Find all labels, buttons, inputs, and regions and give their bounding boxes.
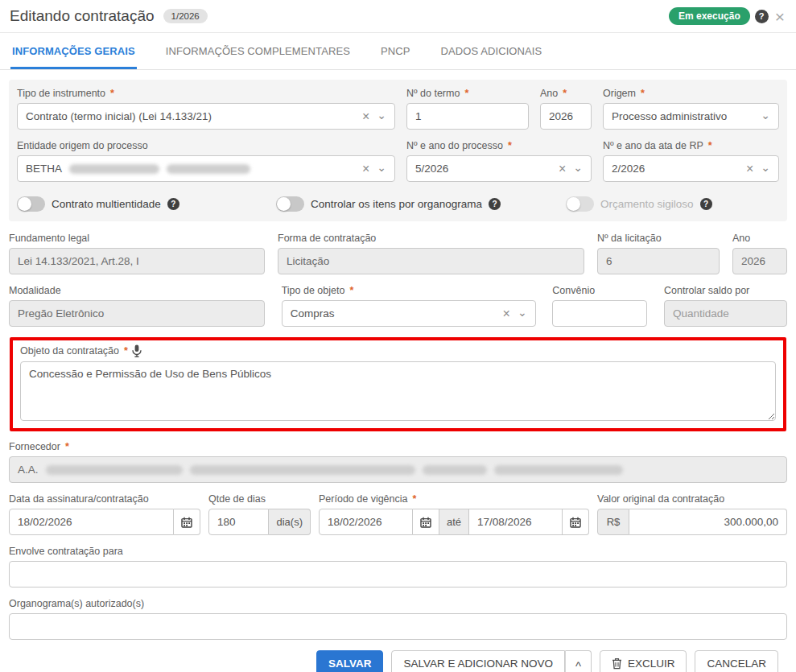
modalidade-label: Modalidade (9, 285, 265, 296)
data-assinatura-label: Data da assinatura/contratação (9, 493, 200, 505)
clear-icon[interactable]: × (746, 163, 753, 175)
ano-termo-label: Ano* (540, 88, 592, 99)
envolve-contratacao-label: Envolve contratação para (9, 546, 787, 557)
numero-termo-input[interactable]: 1 (406, 103, 529, 130)
numero-ata-rp-select[interactable]: 2/2026 ×⌄ (603, 155, 779, 182)
toggle-orcamento-sigiloso: Orçamento sigiloso ? (566, 196, 712, 212)
entidade-origem-select[interactable]: BETHA ×⌄ (17, 155, 395, 182)
forma-contratacao-input: Licitação (278, 248, 584, 274)
chevron-down-icon[interactable]: ⌄ (377, 109, 386, 121)
chevron-down-icon[interactable]: ⌄ (761, 162, 770, 173)
organogramas-label: Organograma(s) autorizado(s) (9, 598, 787, 609)
tipo-objeto-select[interactable]: Compras ×⌄ (282, 300, 536, 327)
fornecedor-input: A.A. (9, 456, 787, 483)
chevron-down-icon[interactable]: ⌄ (518, 307, 527, 318)
qtde-dias-input[interactable]: 180 (208, 509, 269, 535)
periodo-vigencia-label: Período de vigência* (319, 493, 589, 505)
delete-button[interactable]: EXCLUIR (600, 650, 687, 672)
toggle-switch (566, 196, 594, 212)
ano-licitacao-input: 2026 (732, 248, 787, 274)
chevron-up-icon: ^ (575, 659, 581, 672)
convenio-input[interactable] (552, 300, 647, 327)
page-title: Editando contratação (10, 7, 155, 25)
clear-icon[interactable]: × (503, 307, 510, 320)
save-and-add-split-button: SALVAR E ADICIONAR NOVO ^ (391, 650, 592, 672)
entidade-origem-label: Entidade origem do processo (17, 140, 395, 151)
toggle-contrato-multientidade: Contrato multientidade ? (17, 196, 276, 212)
numero-processo-select[interactable]: 5/2026 ×⌄ (406, 155, 592, 182)
page-header: Editando contratação 1/2026 Em execução … (0, 0, 796, 33)
toggle-switch[interactable] (276, 196, 304, 212)
tab-pncp[interactable]: PNCP (379, 33, 412, 69)
clear-icon[interactable]: × (362, 163, 369, 175)
valor-original-input[interactable]: 300.000,00 (629, 509, 787, 535)
tipo-instrumento-select[interactable]: Contrato (termo inicial) (Lei 14.133/21)… (17, 103, 395, 130)
controlar-saldo-label: Controlar saldo por (664, 285, 787, 296)
toggle-switch[interactable] (17, 196, 45, 212)
edit-contract-page: Editando contratação 1/2026 Em execução … (0, 0, 796, 672)
close-icon[interactable]: × (775, 8, 785, 25)
redacted-text (69, 164, 159, 174)
cancel-button[interactable]: CANCELAR (695, 650, 778, 672)
help-icon[interactable]: ? (489, 198, 501, 210)
save-options-caret-button[interactable]: ^ (565, 650, 592, 672)
qtde-dias-suffix: dia(s) (269, 509, 311, 535)
qtde-dias-label: Qtde de dias (208, 493, 311, 505)
save-and-add-button[interactable]: SALVAR E ADICIONAR NOVO (391, 650, 565, 672)
help-icon[interactable]: ? (755, 10, 769, 23)
modalidade-input: Pregão Eletrônico (9, 300, 265, 327)
ano-termo-input[interactable]: 2026 (540, 103, 592, 130)
calendar-icon[interactable] (563, 509, 589, 535)
status-badge: Em execução (669, 7, 750, 25)
controlar-saldo-input: Quantidade (664, 300, 787, 327)
toggle-label: Contrato multientidade (52, 198, 161, 210)
calendar-icon[interactable] (174, 509, 200, 535)
chevron-down-icon[interactable]: ⌄ (761, 109, 770, 121)
origem-label: Origem* (603, 88, 779, 99)
redacted-text (190, 465, 415, 475)
fundamento-legal-input: Lei 14.133/2021, Art.28, I (9, 248, 265, 274)
tipo-instrumento-label: Tipo de instrumento* (17, 88, 395, 99)
objeto-contratacao-label: Objeto da contratação* (20, 344, 776, 357)
data-assinatura-input[interactable]: 18/02/2026 (9, 509, 174, 535)
redacted-text (46, 465, 183, 475)
toggle-controlar-itens-organograma: Controlar os itens por organograma ? (276, 196, 566, 212)
valor-original-label: Valor original da contratação (597, 493, 787, 505)
tipo-objeto-label: Tipo de objeto* (282, 285, 536, 296)
convenio-label: Convênio (552, 285, 647, 296)
fundamento-legal-label: Fundamento legal (9, 233, 265, 244)
tab-informacoes-gerais[interactable]: INFORMAÇÕES GERAIS (10, 33, 137, 69)
objeto-contratacao-textarea[interactable]: Concessão e Permissão de Uso de Bens Púb… (20, 361, 776, 421)
redacted-text (494, 465, 623, 475)
tab-dados-adicionais[interactable]: DADOS ADICIONAIS (439, 33, 543, 69)
numero-licitacao-label: Nº da licitação (597, 233, 720, 244)
periodo-separator: até (439, 509, 469, 535)
clear-icon[interactable]: × (559, 163, 566, 175)
numero-termo-label: Nº do termo* (406, 88, 529, 99)
contract-number-badge: 1/2026 (163, 9, 208, 23)
toggle-label: Controlar os itens por organograma (311, 198, 482, 210)
objeto-contratacao-highlight: Objeto da contratação* Concessão e Permi… (10, 337, 786, 431)
help-icon[interactable]: ? (700, 198, 712, 210)
clear-icon[interactable]: × (362, 110, 369, 123)
organogramas-input[interactable] (9, 613, 787, 640)
numero-processo-label: Nº e ano do processo* (406, 140, 592, 151)
tab-bar: INFORMAÇÕES GERAIS INFORMAÇÕES COMPLEMEN… (0, 33, 796, 70)
envolve-contratacao-input[interactable] (9, 561, 787, 587)
periodo-fim-input[interactable]: 17/08/2026 (469, 509, 563, 535)
numero-ata-rp-label: Nº e ano da ata de RP* (603, 140, 779, 151)
form-content: Tipo de instrumento* Contrato (termo ini… (0, 70, 796, 672)
chevron-down-icon[interactable]: ⌄ (377, 162, 386, 173)
currency-prefix: R$ (597, 509, 629, 535)
numero-licitacao-input: 6 (597, 248, 720, 274)
origem-select[interactable]: Processo administrativo ⌄ (603, 103, 779, 130)
calendar-icon[interactable] (413, 509, 439, 535)
microphone-icon[interactable] (132, 344, 142, 357)
action-bar: SALVAR SALVAR E ADICIONAR NOVO ^ EXCLUIR… (9, 650, 787, 672)
save-button[interactable]: SALVAR (316, 650, 384, 672)
tab-informacoes-complementares[interactable]: INFORMAÇÕES COMPLEMENTARES (164, 33, 352, 69)
help-icon[interactable]: ? (167, 198, 179, 210)
trash-icon (612, 658, 622, 670)
chevron-down-icon[interactable]: ⌄ (573, 162, 583, 173)
periodo-inicio-input[interactable]: 18/02/2026 (319, 509, 413, 535)
